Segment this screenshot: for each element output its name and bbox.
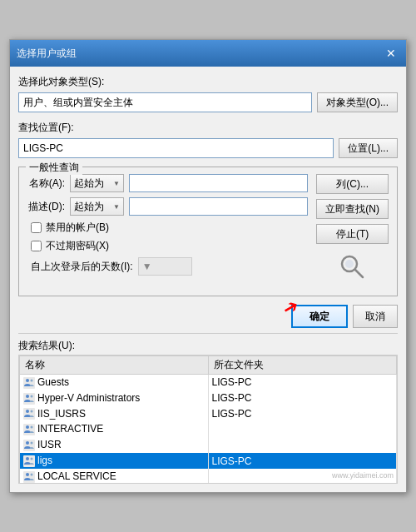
- table-row[interactable]: GuestsLIGS-PC: [20, 375, 397, 390]
- desc-input[interactable]: [129, 197, 308, 216]
- location-row: 位置(L)...: [18, 138, 398, 158]
- no-expire-checkbox[interactable]: [31, 241, 42, 251]
- col-header-folder: 所在文件夹: [208, 356, 397, 375]
- watermark: www.yidaimei.com: [332, 471, 394, 480]
- results-tbody: GuestsLIGS-PC Hyper-V AdministratorsLIGS…: [20, 375, 397, 485]
- cell-name: Hyper-V Administrators: [20, 390, 209, 406]
- group-icon: [23, 408, 35, 420]
- svg-point-23: [31, 473, 33, 475]
- location-label: 查找位置(F):: [18, 121, 398, 135]
- name-input[interactable]: [129, 174, 308, 192]
- svg-rect-18: [23, 455, 35, 467]
- table-row[interactable]: ligsLIGS-PC: [20, 453, 397, 469]
- svg-point-11: [31, 410, 33, 413]
- svg-point-20: [31, 457, 33, 460]
- disabled-accounts-row: 禁用的帐户(B): [31, 221, 308, 235]
- cell-name: ligs: [20, 453, 209, 469]
- object-type-button[interactable]: 对象类型(O)...: [317, 92, 398, 112]
- table-row[interactable]: Hyper-V AdministratorsLIGS-PC: [20, 390, 397, 406]
- desc-dropdown-arrow: ▼: [113, 203, 120, 211]
- svg-rect-21: [23, 471, 35, 483]
- search-icon: [338, 252, 368, 282]
- close-button[interactable]: ✕: [383, 45, 399, 62]
- svg-point-8: [31, 395, 33, 397]
- general-query-group: 一般性查询 名称(A): 起始为 ▼ 描述(D):: [18, 167, 398, 296]
- cell-folder: LIGS-PC: [208, 390, 397, 406]
- object-type-input[interactable]: [18, 92, 312, 112]
- svg-rect-3: [23, 377, 35, 389]
- group-icon: [23, 377, 35, 389]
- cell-name: IUSR: [20, 437, 209, 453]
- search-now-button[interactable]: 立即查找(N): [316, 199, 389, 219]
- results-table: 名称 所在文件夹 GuestsLIGS-PC Hyper-V Administr…: [19, 355, 397, 484]
- no-expire-label: 不过期密码(X): [46, 239, 109, 253]
- cell-folder: LIGS-PC: [208, 375, 397, 390]
- dialog-body: 选择此对象类型(S): 对象类型(O)... 查找位置(F): 位置(L)...…: [10, 67, 406, 492]
- results-label: 搜索结果(U):: [18, 333, 398, 353]
- svg-point-2: [345, 260, 354, 268]
- table-row[interactable]: INTERACTIVE: [20, 421, 397, 437]
- cell-folder: [208, 421, 397, 437]
- name-dropdown[interactable]: 起始为 ▼: [70, 174, 124, 192]
- columns-button[interactable]: 列(C)...: [316, 174, 389, 194]
- ok-button[interactable]: 确定: [291, 305, 348, 328]
- desc-dropdown-value: 起始为: [74, 200, 104, 214]
- svg-line-1: [355, 270, 363, 277]
- select-user-dialog: 选择用户或组 ✕ 选择此对象类型(S): 对象类型(O)... 查找位置(F):…: [9, 39, 407, 493]
- disabled-accounts-label: 禁用的帐户(B): [46, 221, 109, 235]
- svg-rect-9: [23, 408, 35, 420]
- svg-point-17: [31, 442, 33, 445]
- table-row[interactable]: IIS_IUSRSLIGS-PC: [20, 406, 397, 422]
- cell-name: Guests: [20, 375, 209, 390]
- no-expire-row: 不过期密码(X): [31, 239, 308, 253]
- location-button[interactable]: 位置(L)...: [339, 138, 398, 158]
- results-wrapper: 搜索结果(U): ➔ 名称 所在文件夹 Guests: [18, 333, 398, 484]
- stop-button[interactable]: 停止(T): [316, 224, 389, 244]
- form-grid: 名称(A): 起始为 ▼ 描述(D): 起始为 ▼: [27, 174, 389, 282]
- svg-rect-12: [23, 424, 35, 435]
- bottom-buttons: 确定 取消: [18, 305, 398, 328]
- desc-dropdown[interactable]: 起始为 ▼: [70, 197, 124, 216]
- dialog-title: 选择用户或组: [17, 47, 77, 61]
- svg-point-14: [31, 426, 33, 429]
- group-icon: [23, 440, 35, 451]
- svg-rect-15: [23, 440, 35, 451]
- name-dropdown-value: 起始为: [74, 177, 104, 191]
- cell-name: INTERACTIVE: [20, 421, 209, 437]
- title-bar: 选择用户或组 ✕: [10, 40, 406, 67]
- cell-folder: LIGS-PC: [208, 453, 397, 469]
- disabled-accounts-checkbox[interactable]: [31, 222, 42, 233]
- object-type-label: 选择此对象类型(S):: [18, 75, 398, 89]
- last-login-label: 自上次登录后的天数(I):: [31, 260, 133, 274]
- form-right-buttons: 列(C)... 立即查找(N) 停止(T): [316, 174, 389, 282]
- location-input[interactable]: [18, 138, 334, 158]
- last-login-dropdown: ▼: [138, 257, 192, 276]
- cancel-button[interactable]: 取消: [353, 305, 398, 328]
- group-icon: [23, 471, 35, 483]
- name-dropdown-arrow: ▼: [113, 180, 120, 187]
- table-row[interactable]: IUSR: [20, 437, 397, 453]
- svg-point-10: [26, 410, 29, 413]
- cell-folder: [208, 437, 397, 453]
- svg-point-5: [31, 379, 33, 381]
- svg-point-7: [26, 395, 29, 398]
- results-table-container[interactable]: 名称 所在文件夹 GuestsLIGS-PC Hyper-V Administr…: [18, 355, 398, 484]
- svg-point-4: [26, 379, 29, 382]
- form-left: 名称(A): 起始为 ▼ 描述(D): 起始为 ▼: [27, 174, 308, 282]
- group-box-title: 一般性查询: [26, 161, 82, 175]
- svg-point-22: [26, 473, 29, 476]
- svg-rect-6: [23, 393, 35, 405]
- cell-folder: LIGS-PC: [208, 406, 397, 422]
- svg-point-19: [26, 457, 29, 460]
- group-icon: [23, 455, 35, 467]
- desc-label: 描述(D):: [27, 200, 65, 214]
- table-header-row: 名称 所在文件夹: [20, 356, 397, 375]
- name-form-row: 名称(A): 起始为 ▼: [27, 174, 308, 192]
- cell-name: IIS_IUSRS: [20, 406, 209, 422]
- object-type-row: 对象类型(O)...: [18, 92, 398, 112]
- col-header-name: 名称: [20, 356, 209, 375]
- svg-point-16: [26, 441, 29, 445]
- group-icon: [23, 393, 35, 405]
- last-login-dropdown-arrow: ▼: [142, 261, 152, 272]
- last-login-row: 自上次登录后的天数(I): ▼: [31, 257, 308, 276]
